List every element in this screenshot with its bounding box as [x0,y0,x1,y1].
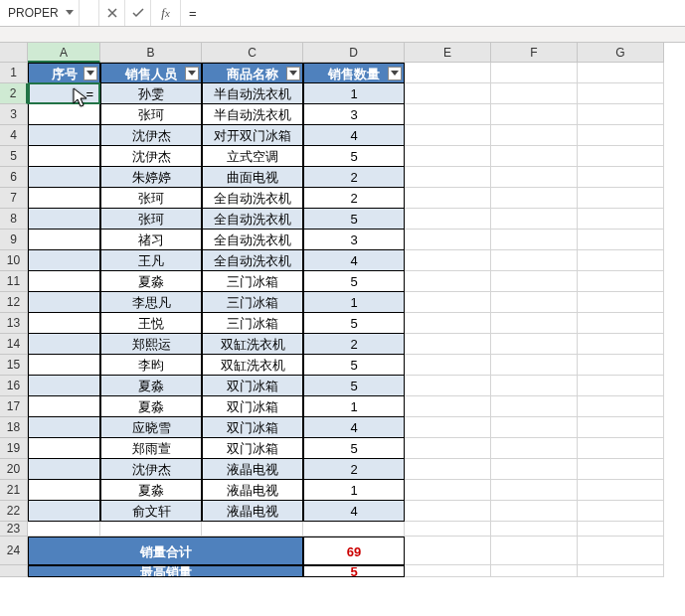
row-header-11[interactable]: 11 [0,271,28,292]
table-cell[interactable]: 液晶电视 [202,480,303,501]
empty-cell[interactable] [405,250,491,271]
empty-cell[interactable] [405,188,491,209]
empty-cell[interactable] [491,522,578,537]
table-cell[interactable]: 5 [303,209,405,230]
table-cell[interactable]: 应晓雪 [100,417,202,438]
empty-cell[interactable] [578,522,664,537]
insert-function-button[interactable]: fx [151,0,181,26]
row-header-12[interactable]: 12 [0,292,28,313]
empty-cell[interactable] [578,230,664,250]
table-cell[interactable]: 4 [303,125,405,146]
empty-cell[interactable] [491,83,578,104]
empty-cell[interactable] [578,104,664,125]
row-header-19[interactable]: 19 [0,438,28,459]
row-header-17[interactable]: 17 [0,396,28,417]
table-cell[interactable]: 三门冰箱 [202,271,303,292]
table-cell[interactable]: 4 [303,501,405,522]
empty-cell[interactable] [578,125,664,146]
table-cell[interactable] [28,125,100,146]
table-cell[interactable]: 夏淼 [100,271,202,292]
filter-dropdown-icon[interactable] [185,67,199,80]
empty-cell[interactable] [491,480,578,501]
table-cell[interactable]: 全自动洗衣机 [202,209,303,230]
empty-cell[interactable] [405,146,491,167]
table-cell[interactable]: 液晶电视 [202,501,303,522]
empty-cell[interactable] [491,459,578,480]
row-header-5[interactable]: 5 [0,146,28,167]
table-cell[interactable] [28,438,100,459]
row-header-13[interactable]: 13 [0,313,28,334]
chevron-down-icon[interactable] [65,8,75,18]
column-header-E[interactable]: E [405,43,491,63]
empty-cell[interactable] [405,292,491,313]
table-cell[interactable]: 王悦 [100,313,202,334]
empty-cell[interactable] [578,459,664,480]
empty-cell[interactable] [491,104,578,125]
row-header-15[interactable]: 15 [0,355,28,376]
table-cell[interactable]: 王凡 [100,250,202,271]
table-cell[interactable]: 张珂 [100,188,202,209]
table-cell[interactable]: 三门冰箱 [202,313,303,334]
table-cell[interactable]: 夏淼 [100,480,202,501]
table-cell[interactable]: 5 [303,438,405,459]
table-cell[interactable]: 5 [303,376,405,396]
table-cell[interactable]: 全自动洗衣机 [202,188,303,209]
table-cell[interactable]: 全自动洗衣机 [202,230,303,250]
table-cell[interactable]: 1 [303,292,405,313]
cancel-formula-button[interactable] [99,0,125,26]
table-cell[interactable]: 张珂 [100,104,202,125]
empty-cell[interactable] [491,501,578,522]
table-cell[interactable] [28,417,100,438]
row-header-10[interactable]: 10 [0,250,28,271]
formula-input[interactable]: = [181,0,685,26]
empty-cell[interactable] [578,417,664,438]
table-cell[interactable]: 全自动洗衣机 [202,250,303,271]
empty-cell[interactable] [578,188,664,209]
empty-cell[interactable] [405,376,491,396]
spreadsheet-grid[interactable]: ABCDEFG1序号销售人员商品名称销售数量2=孙雯半自动洗衣机13张珂半自动洗… [0,43,685,577]
table-cell[interactable]: 4 [303,250,405,271]
row-header-3[interactable]: 3 [0,104,28,125]
row-header-22[interactable]: 22 [0,501,28,522]
table-cell[interactable]: 1 [303,396,405,417]
summary-value-cell[interactable]: 69 [303,537,405,565]
table-cell[interactable]: 5 [303,313,405,334]
row-header-24[interactable]: 24 [0,537,28,565]
table-cell[interactable]: 双门冰箱 [202,417,303,438]
table-cell[interactable]: 李昀 [100,355,202,376]
empty-cell[interactable] [578,537,664,565]
empty-cell[interactable] [578,396,664,417]
table-cell[interactable] [28,230,100,250]
empty-cell[interactable] [405,209,491,230]
table-cell[interactable]: 张珂 [100,209,202,230]
row-header-6[interactable]: 6 [0,167,28,188]
empty-cell[interactable] [578,146,664,167]
summary-value-cell[interactable]: 5 [303,565,405,577]
table-cell[interactable]: 孙雯 [100,83,202,104]
active-cell[interactable]: = [28,83,100,104]
table-cell[interactable] [28,459,100,480]
table-cell[interactable] [28,501,100,522]
table-cell[interactable]: 朱婷婷 [100,167,202,188]
empty-cell[interactable] [578,271,664,292]
empty-cell[interactable] [578,63,664,83]
empty-cell[interactable] [405,438,491,459]
empty-cell[interactable] [578,480,664,501]
empty-cell[interactable] [578,167,664,188]
empty-cell[interactable] [405,501,491,522]
table-cell[interactable]: 2 [303,188,405,209]
empty-cell[interactable] [491,396,578,417]
empty-cell[interactable] [303,522,405,537]
table-cell[interactable] [28,209,100,230]
table-cell[interactable] [28,355,100,376]
table-cell[interactable]: 郑熙运 [100,334,202,355]
empty-cell[interactable] [578,313,664,334]
table-cell[interactable] [28,146,100,167]
empty-cell[interactable] [405,417,491,438]
table-cell[interactable]: 1 [303,480,405,501]
confirm-formula-button[interactable] [125,0,151,26]
empty-cell[interactable] [491,63,578,83]
filter-dropdown-icon[interactable] [286,67,300,80]
table-cell[interactable]: 郑雨萱 [100,438,202,459]
table-cell[interactable]: 半自动洗衣机 [202,104,303,125]
